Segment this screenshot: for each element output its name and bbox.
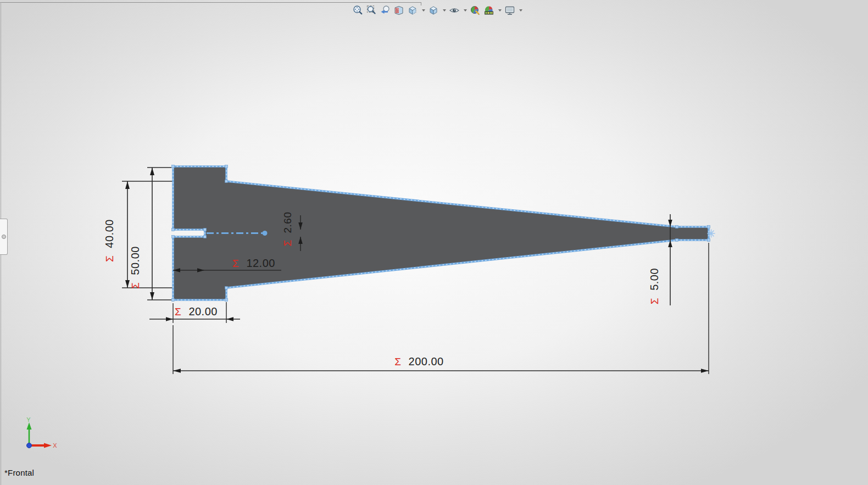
dimension-flange-width[interactable]: Σ 20.00 xyxy=(175,305,218,317)
centerline-endpoint[interactable] xyxy=(263,231,268,236)
origin-point xyxy=(27,443,32,448)
svg-text:Σ 5.00: Σ 5.00 xyxy=(648,268,660,304)
svg-text:Σ 40.00: Σ 40.00 xyxy=(103,219,115,262)
svg-text:Σ 12.00: Σ 12.00 xyxy=(232,257,275,269)
svg-text:Σ 50.00: Σ 50.00 xyxy=(129,246,141,289)
dimension-total-length[interactable]: Σ 200.00 xyxy=(394,355,443,367)
y-axis-label: Y xyxy=(26,416,31,423)
model-view: Σ 40.00 Σ 50.00 Σ 20.00 Σ 12.00 Σ xyxy=(0,0,868,485)
collapse-dot-icon xyxy=(2,235,6,239)
svg-text:Σ 200.00: Σ 200.00 xyxy=(394,355,443,367)
view-name-label: *Frontal xyxy=(4,468,34,477)
sigma-symbol: Σ xyxy=(649,298,660,304)
panel-collapse-tab[interactable] xyxy=(0,219,8,255)
dimension-value: 5.00 xyxy=(648,268,660,291)
dimension-slot-length[interactable]: Σ 12.00 xyxy=(232,257,275,269)
svg-text:Σ 2.60: Σ 2.60 xyxy=(282,211,293,246)
sigma-symbol: Σ xyxy=(282,239,293,246)
sigma-symbol: Σ xyxy=(175,306,181,317)
x-axis-arrow xyxy=(44,443,52,448)
sigma-symbol: Σ xyxy=(104,255,115,262)
dimension-value: 200.00 xyxy=(409,355,444,367)
dimension-value: 2.60 xyxy=(282,211,293,233)
sigma-symbol: Σ xyxy=(232,258,239,269)
dimension-value: 40.00 xyxy=(103,219,115,248)
dimension-value: 12.00 xyxy=(246,257,275,269)
sigma-symbol: Σ xyxy=(130,282,141,289)
dimension-value: 20.00 xyxy=(188,305,218,317)
graphics-area[interactable]: Σ 40.00 Σ 50.00 Σ 20.00 Σ 12.00 Σ xyxy=(0,0,868,485)
dimension-value: 50.00 xyxy=(129,246,141,275)
sigma-symbol: Σ xyxy=(394,356,401,367)
dimension-taper-root-height[interactable]: Σ 40.00 xyxy=(103,219,115,262)
coincident-marker-icon xyxy=(708,230,715,237)
orientation-triad: Y X xyxy=(26,416,57,449)
dimension-slot-height[interactable]: Σ 2.60 xyxy=(282,211,293,246)
dimension-tip-height[interactable]: Σ 5.00 xyxy=(648,268,660,304)
dimension-flange-height[interactable]: Σ 50.00 xyxy=(129,246,141,289)
x-axis-label: X xyxy=(53,442,57,449)
y-axis-arrow xyxy=(27,422,32,430)
svg-text:Σ 20.00: Σ 20.00 xyxy=(175,305,218,317)
